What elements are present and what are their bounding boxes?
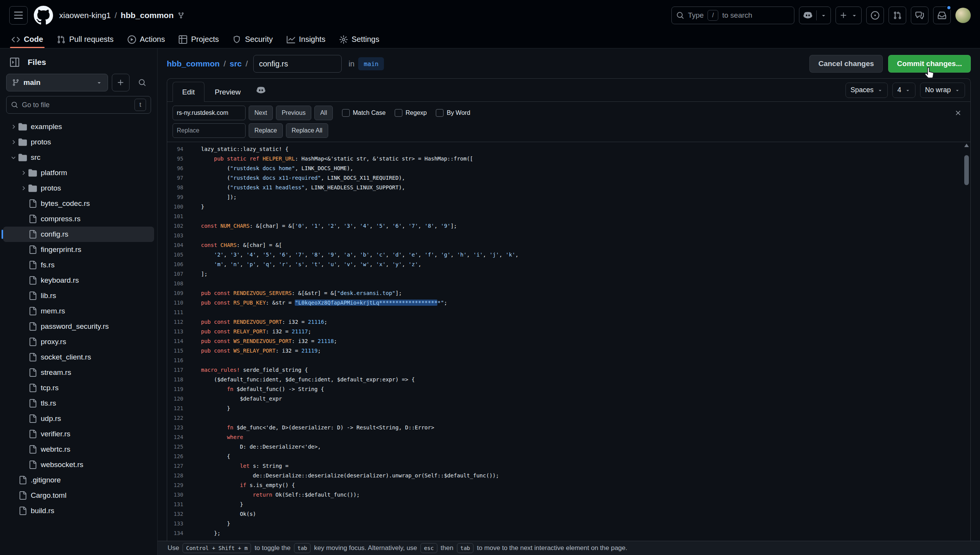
checkbox-box	[342, 109, 350, 117]
code-line: }	[201, 500, 970, 509]
github-logo-icon[interactable]	[34, 6, 53, 25]
tree-file-keyboard-rs[interactable]: keyboard.rs	[3, 273, 154, 288]
tree-file-build-rs[interactable]: build.rs	[3, 503, 154, 519]
security-icon	[233, 35, 241, 44]
filename-input[interactable]	[253, 55, 342, 73]
notifications-button[interactable]	[933, 7, 951, 24]
replace-input[interactable]	[173, 123, 246, 138]
file-icon	[28, 245, 37, 254]
folder-icon	[18, 123, 27, 131]
tree-folder-src[interactable]: src	[3, 150, 154, 165]
cancel-changes-button[interactable]: Cancel changes	[809, 55, 883, 73]
code-area[interactable]: 9495969798991001011021031041051061071081…	[167, 142, 970, 541]
plus-icon	[840, 12, 847, 19]
tree-file-proxy-rs[interactable]: proxy.rs	[3, 334, 154, 350]
tree-file-compress-rs[interactable]: compress.rs	[3, 211, 154, 227]
file-icon	[28, 215, 37, 223]
indent-mode-select[interactable]: Spaces	[845, 83, 888, 98]
code-line	[201, 212, 970, 221]
create-new-button[interactable]	[835, 7, 862, 24]
global-search-input[interactable]: Type / to search	[671, 7, 794, 24]
by-word-checkbox[interactable]: By Word	[436, 109, 470, 117]
discussions-button[interactable]	[911, 7, 929, 24]
breadcrumb-dir-link[interactable]: src	[230, 59, 242, 68]
hamburger-menu-button[interactable]	[9, 6, 28, 25]
tree-item-label: bytes_codec.rs	[41, 199, 90, 208]
line-number: 126	[167, 452, 183, 461]
regexp-checkbox[interactable]: Regexp	[395, 109, 427, 117]
tree-folder-examples[interactable]: examples	[3, 119, 154, 134]
tree-folder-protos[interactable]: protos	[3, 181, 154, 196]
tree-folder-platform[interactable]: platform	[3, 165, 154, 181]
tree-file-stream-rs[interactable]: stream.rs	[3, 365, 154, 380]
add-file-button[interactable]	[112, 74, 130, 91]
repo-tab-actions[interactable]: Actions	[121, 31, 171, 48]
code-line	[201, 413, 970, 423]
repo-tab-pull-requests[interactable]: Pull requests	[51, 31, 120, 48]
tree-file-mem-rs[interactable]: mem.rs	[3, 303, 154, 319]
repo-tab-security[interactable]: Security	[226, 31, 279, 48]
find-previous-button[interactable]: Previous	[276, 106, 311, 120]
replace-all-button[interactable]: Replace All	[286, 123, 328, 138]
indent-size-select[interactable]: 4	[892, 83, 915, 98]
search-files-button[interactable]	[133, 74, 151, 91]
site-header: xiaowen-king1 / hbb_common Type / to sea…	[0, 0, 980, 31]
commit-changes-button[interactable]: Commit changes...	[888, 55, 971, 73]
footer-text: Use	[168, 544, 179, 552]
line-number: 117	[167, 365, 183, 375]
code-line	[201, 279, 970, 288]
tree-file-websocket-rs[interactable]: websocket.rs	[3, 457, 154, 472]
file-icon	[18, 476, 27, 484]
tab-preview[interactable]: Preview	[205, 82, 251, 102]
tree-file-cargo-toml[interactable]: Cargo.toml	[3, 488, 154, 503]
tree-file-lib-rs[interactable]: lib.rs	[3, 288, 154, 303]
find-input[interactable]	[173, 106, 246, 120]
repo-tab-settings[interactable]: Settings	[333, 31, 385, 48]
copilot-icon[interactable]	[256, 86, 266, 95]
copilot-menu-button[interactable]	[799, 7, 831, 24]
kbd-control-shift-m: Control + Shift + m	[183, 543, 251, 553]
tab-edit[interactable]: Edit	[173, 82, 204, 102]
tree-file-socket-client-rs[interactable]: socket_client.rs	[3, 350, 154, 365]
tree-item-label: tls.rs	[41, 399, 56, 408]
tree-file-verifier-rs[interactable]: verifier.rs	[3, 426, 154, 442]
repo-tab-code[interactable]: Code	[5, 31, 49, 48]
tree-file-webrtc-rs[interactable]: webrtc.rs	[3, 442, 154, 457]
line-number: 114	[167, 336, 183, 346]
tree-file-password-security-rs[interactable]: password_security.rs	[3, 319, 154, 334]
repo-tab-projects[interactable]: Projects	[173, 31, 225, 48]
line-number: 102	[167, 221, 183, 231]
tree-file-tls-rs[interactable]: tls.rs	[3, 396, 154, 411]
scrollbar-up-arrow[interactable]	[964, 144, 969, 147]
replace-button[interactable]: Replace	[249, 123, 283, 138]
find-all-button[interactable]: All	[314, 106, 333, 120]
issues-button[interactable]	[866, 7, 884, 24]
repo-link[interactable]: hbb_common	[121, 11, 174, 20]
editor-scrollbar[interactable]	[964, 144, 969, 539]
tree-file-fingerprint-rs[interactable]: fingerprint.rs	[3, 242, 154, 257]
collapse-sidebar-button[interactable]	[6, 54, 23, 71]
avatar[interactable]	[955, 8, 971, 23]
github-editor-app: xiaowen-king1 / hbb_common Type / to sea…	[0, 0, 980, 555]
tree-file-fs-rs[interactable]: fs.rs	[3, 257, 154, 273]
match-case-checkbox[interactable]: Match Case	[342, 109, 385, 117]
tree-folder-protos[interactable]: protos	[3, 134, 154, 150]
wrap-mode-select[interactable]: No wrap	[920, 83, 965, 98]
plus-icon	[117, 79, 125, 86]
code-line	[201, 356, 970, 365]
tree-file-config-rs[interactable]: config.rs	[3, 227, 154, 242]
scrollbar-thumb[interactable]	[964, 155, 969, 185]
goto-file-input[interactable]	[22, 101, 131, 109]
tree-item-label: stream.rs	[41, 368, 71, 377]
close-find-button[interactable]	[954, 109, 962, 117]
owner-link[interactable]: xiaowen-king1	[59, 11, 111, 20]
tree-file-gitignore[interactable]: .gitignore	[3, 472, 154, 488]
tree-file-tcp-rs[interactable]: tcp.rs	[3, 380, 154, 396]
tree-file-udp-rs[interactable]: udp.rs	[3, 411, 154, 426]
repo-tab-insights[interactable]: Insights	[281, 31, 332, 48]
tree-file-bytes-codec-rs[interactable]: bytes_codec.rs	[3, 196, 154, 211]
breadcrumb-repo-link[interactable]: hbb_common	[167, 59, 220, 68]
pull-requests-button[interactable]	[889, 7, 906, 24]
branch-selector[interactable]: main	[6, 74, 108, 91]
find-next-button[interactable]: Next	[249, 106, 273, 120]
